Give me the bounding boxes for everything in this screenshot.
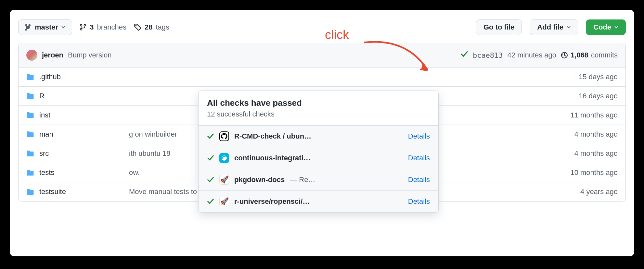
check-name: R-CMD-check / ubun… xyxy=(234,132,311,141)
svg-point-3 xyxy=(80,29,82,30)
file-name-link[interactable]: .github xyxy=(39,73,61,81)
latest-commit-row: jeroen Bump version bcae813 42 minutes a… xyxy=(19,43,625,67)
svg-point-4 xyxy=(135,25,137,26)
file-ago[interactable]: 4 months ago xyxy=(574,149,618,158)
checks-title: All checks have passed xyxy=(207,98,430,108)
commit-ago[interactable]: 42 minutes ago xyxy=(508,51,556,59)
check-icon xyxy=(207,198,214,205)
file-name-link[interactable]: src xyxy=(39,149,49,157)
github-logo-icon xyxy=(219,131,229,141)
history-icon xyxy=(561,52,568,59)
check-row: continuous-integrati…Details xyxy=(199,147,438,169)
commit-author[interactable]: jeroen xyxy=(42,51,63,59)
tags-label: tags xyxy=(156,23,169,31)
branch-select-button[interactable]: master xyxy=(18,19,72,35)
checks-popover-header: All checks have passed 12 successful che… xyxy=(199,91,438,125)
check-details-link[interactable]: Details xyxy=(408,132,430,141)
check-details-link[interactable]: Details xyxy=(408,154,430,162)
file-ago[interactable]: 16 days ago xyxy=(579,92,618,100)
add-file-label: Add file xyxy=(537,23,563,31)
svg-point-2 xyxy=(84,24,86,26)
check-icon xyxy=(207,154,214,162)
branches-label: branches xyxy=(97,23,126,31)
caret-down-icon xyxy=(61,26,65,29)
commits-link[interactable]: 1,068 commits xyxy=(561,51,618,59)
branches-count: 3 xyxy=(90,23,94,31)
rocket-logo-icon: 🚀 xyxy=(219,175,229,185)
check-name: pkgdown-docs xyxy=(234,176,285,184)
caret-down-icon xyxy=(567,26,571,29)
file-ago[interactable]: 15 days ago xyxy=(579,73,618,81)
checks-status-icon[interactable] xyxy=(460,50,468,60)
avatar[interactable] xyxy=(26,50,37,61)
repo-toolbar: master 3 branches 28 tags Go to file Add… xyxy=(18,19,626,35)
folder-icon xyxy=(26,73,34,80)
caret-down-icon xyxy=(614,26,618,29)
git-branch-icon xyxy=(25,24,32,31)
folder-icon xyxy=(26,188,34,195)
commit-message[interactable]: Bump version xyxy=(68,51,112,59)
check-row: 🚀r-universe/ropensci/…Details xyxy=(199,191,438,212)
tags-link[interactable]: 28 tags xyxy=(134,23,169,31)
code-label: Code xyxy=(593,23,611,31)
check-name: continuous-integrati… xyxy=(234,154,311,162)
file-row: .github15 days ago xyxy=(19,67,625,87)
git-branch-icon xyxy=(80,24,86,31)
tags-count: 28 xyxy=(145,23,152,31)
check-row: R-CMD-check / ubun…Details xyxy=(199,125,438,147)
tag-icon xyxy=(134,24,141,31)
file-name-link[interactable]: testsuite xyxy=(39,188,66,196)
file-name-link[interactable]: R xyxy=(39,92,45,100)
check-row: 🚀pkgdown-docs — Re…Details xyxy=(199,169,438,191)
commits-label: commits xyxy=(591,51,618,59)
add-file-button[interactable]: Add file xyxy=(530,19,578,35)
appveyor-logo-icon xyxy=(219,153,229,163)
goto-file-button[interactable]: Go to file xyxy=(476,19,522,35)
check-extra: — Re… xyxy=(290,176,315,184)
file-name-link[interactable]: tests xyxy=(39,168,54,177)
app-frame: click master 3 branches 28 tags Go to fi… xyxy=(10,10,634,256)
file-ago[interactable]: 10 months ago xyxy=(570,168,618,177)
check-details-link[interactable]: Details xyxy=(408,176,430,184)
folder-icon xyxy=(26,131,34,138)
folder-icon xyxy=(26,112,34,119)
file-ago[interactable]: 4 years ago xyxy=(580,188,618,196)
branches-link[interactable]: 3 branches xyxy=(80,23,126,31)
file-name-link[interactable]: inst xyxy=(39,111,50,119)
commits-count: 1,068 xyxy=(571,51,588,59)
check-icon xyxy=(207,133,214,140)
check-details-link[interactable]: Details xyxy=(408,197,430,206)
file-ago[interactable]: 4 months ago xyxy=(574,130,618,139)
folder-icon xyxy=(26,169,34,176)
checks-popover: All checks have passed 12 successful che… xyxy=(198,91,439,213)
commit-sha[interactable]: bcae813 xyxy=(473,51,503,59)
check-name: r-universe/ropensci/… xyxy=(234,197,310,206)
goto-file-label: Go to file xyxy=(483,23,514,31)
code-button[interactable]: Code xyxy=(586,19,626,35)
rocket-logo-icon: 🚀 xyxy=(219,197,229,206)
file-name-link[interactable]: man xyxy=(39,130,53,138)
folder-icon xyxy=(26,92,34,100)
folder-icon xyxy=(26,150,34,157)
svg-point-1 xyxy=(80,24,82,26)
file-ago[interactable]: 11 months ago xyxy=(570,111,618,119)
branch-name: master xyxy=(35,23,58,31)
check-icon xyxy=(207,176,214,183)
checks-subtitle: 12 successful checks xyxy=(207,110,430,118)
